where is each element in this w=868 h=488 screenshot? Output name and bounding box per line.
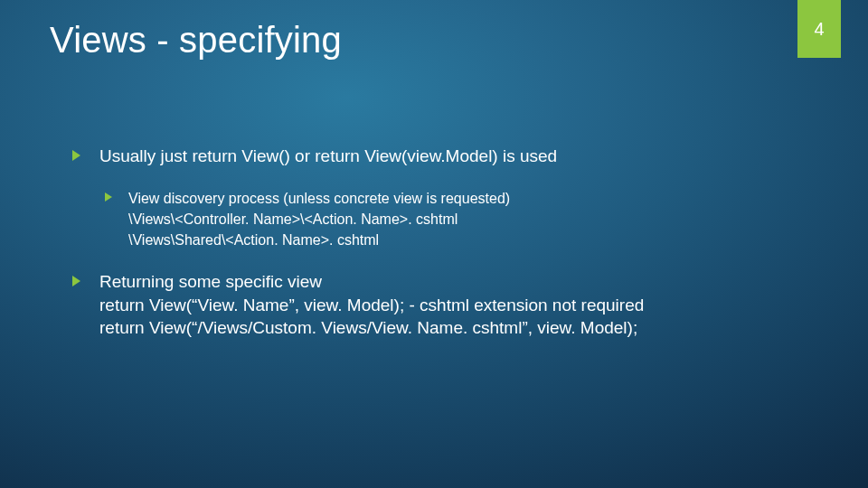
bullet-level1: Returning some specific view return View… (72, 270, 814, 340)
bullet-text: return View(“/Views/Custom. Views/View. … (99, 316, 814, 340)
page-number: 4 (814, 19, 824, 40)
slide-body: Usually just return View() or return Vie… (72, 145, 814, 360)
page-number-badge: 4 (797, 0, 841, 58)
slide: Views - specifying 4 Usually just return… (0, 0, 868, 488)
bullet-text: \Views\<Controller. Name>\<Action. Name>… (128, 209, 814, 230)
bullet-level2: View discovery process (unless concrete … (105, 188, 814, 251)
bullet-text: \Views\Shared\<Action. Name>. cshtml (128, 230, 814, 250)
slide-title: Views - specifying (50, 20, 342, 61)
bullet-text: Returning some specific view (99, 270, 814, 294)
bullet-level1: Usually just return View() or return Vie… (72, 145, 814, 168)
bullet-text: Usually just return View() or return Vie… (99, 146, 557, 165)
bullet-text: View discovery process (unless concrete … (128, 188, 814, 209)
bullet-text: return View(“View. Name”, view. Model); … (99, 294, 814, 317)
